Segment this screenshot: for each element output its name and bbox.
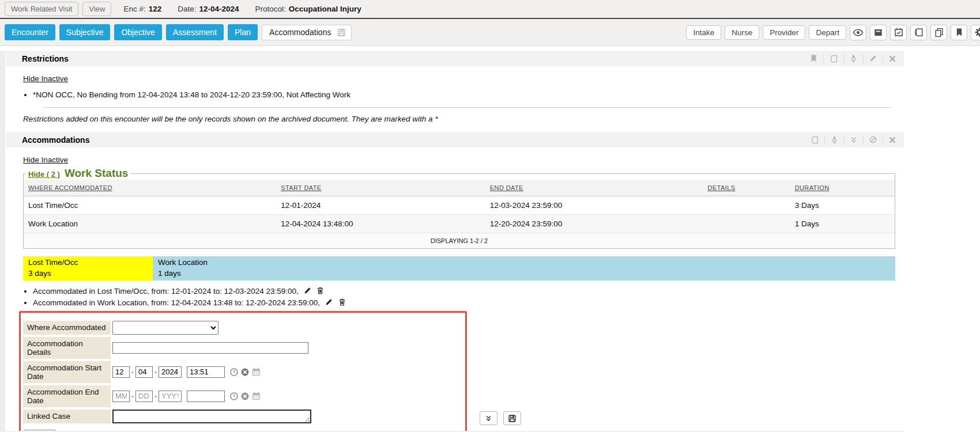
restrictions-list: *NON OCC, No Bending from 12-04-2024 13:… — [0, 90, 980, 99]
soap-tabs: Encounter Subjective Objective Assessmen… — [5, 24, 352, 40]
start-date-label: Accommodation Start Date — [23, 361, 111, 383]
accommodations-header-icons — [805, 132, 902, 147]
timeline-segment-work-location: Work Location 1 days — [153, 256, 895, 281]
clock-icon[interactable] — [229, 367, 239, 377]
work-status-fieldset: Hide ( 2 ) Work Status WHERE ACCOMMODATE… — [23, 167, 895, 249]
table-row[interactable]: Lost Time/Occ 12-01-2024 12-03-2024 23:5… — [24, 196, 895, 215]
tab-plan[interactable]: Plan — [228, 24, 258, 40]
restrictions-title: Restrictions — [22, 54, 69, 63]
table-row[interactable]: Work Location 12-04-2024 13:48:00 12-20-… — [24, 215, 895, 233]
col-end-date[interactable]: END DATE — [485, 180, 703, 196]
double-chevron-down-icon — [485, 415, 492, 422]
work-status-title: Work Status — [65, 167, 129, 180]
clear-circle-icon[interactable] — [240, 367, 250, 377]
accommodation-entries: Accommodated in Lost Time/Occ, from: 12-… — [0, 286, 980, 307]
pencil-edit-icon[interactable] — [325, 298, 333, 306]
book-icon[interactable] — [823, 54, 843, 63]
table-cell: 12-01-2024 — [276, 196, 485, 215]
start-month-input[interactable] — [112, 366, 130, 378]
tab-subjective[interactable]: Subjective — [59, 24, 111, 40]
gear-icon[interactable] — [971, 25, 980, 40]
enc-number: Enc #:122 — [123, 5, 161, 13]
trash-delete-icon[interactable] — [338, 298, 346, 306]
clear-circle-icon[interactable] — [240, 392, 250, 401]
end-day-input[interactable] — [135, 391, 153, 402]
date-separator: - — [131, 392, 134, 400]
date-separator: - — [154, 392, 157, 400]
nurse-button[interactable]: Nurse — [725, 25, 759, 40]
view-button[interactable]: View — [82, 2, 111, 16]
work-status-hide-link[interactable]: Hide ( 2 ) — [28, 170, 60, 179]
table-cell: 1 Days — [790, 215, 895, 233]
col-details[interactable]: DETAILS — [703, 180, 790, 196]
tab-accommodations-active[interactable]: Accommodations — [262, 25, 352, 40]
collapse-section-button[interactable] — [480, 411, 497, 425]
restrictions-note: Restrictions added on this encounter wil… — [23, 115, 980, 123]
accommodation-details-label: Accommodation Details — [23, 337, 111, 359]
microphone-icon[interactable] — [824, 135, 844, 145]
book-icon[interactable] — [805, 135, 824, 145]
col-start-date[interactable]: START DATE — [276, 180, 485, 196]
book-icon[interactable] — [910, 25, 927, 40]
table-cell — [703, 196, 790, 215]
calendar-check-icon[interactable] — [890, 25, 907, 40]
list-item: Accommodated in Lost Time/Occ, from: 12-… — [33, 286, 980, 295]
tab-assessment[interactable]: Assessment — [166, 24, 224, 40]
form-row-linked-case: Linked Case — [23, 410, 465, 423]
archive-box-icon[interactable] — [870, 25, 887, 40]
form-row-start-date: Accommodation Start Date - - — [23, 361, 465, 383]
date-separator: - — [154, 368, 157, 376]
where-accommodated-select[interactable] — [112, 321, 218, 335]
start-day-input[interactable] — [135, 366, 153, 378]
save-section-button[interactable] — [503, 411, 521, 425]
work-status-table: WHERE ACCOMMODATED START DATE END DATE D… — [24, 180, 895, 248]
enc-protocol: Protocol:Occupational Injury — [255, 5, 361, 13]
restrictions-hide-inactive-link[interactable]: Hide Inactive — [23, 74, 68, 83]
eye-icon[interactable] — [850, 25, 866, 40]
table-header-row: WHERE ACCOMMODATED START DATE END DATE D… — [24, 180, 895, 196]
accommodations-title: Accommodations — [22, 135, 89, 145]
col-where-accommodated[interactable]: WHERE ACCOMMODATED — [24, 180, 276, 196]
linked-case-label: Linked Case — [23, 410, 111, 423]
pencil-icon[interactable] — [863, 54, 883, 63]
restriction-item: *NON OCC, No Bending from 12-04-2024 13:… — [33, 90, 980, 99]
tab-encounter[interactable]: Encounter — [5, 24, 55, 40]
table-cell: Lost Time/Occ — [24, 196, 276, 215]
accommodation-details-input[interactable] — [112, 342, 308, 354]
microphone-icon[interactable] — [843, 54, 863, 63]
form-row-end-date: Accommodation End Date - - — [23, 385, 465, 407]
pencil-edit-icon[interactable] — [303, 286, 312, 295]
work-status-legend: Hide ( 2 ) Work Status — [25, 167, 131, 180]
restrictions-section-header: Restrictions — [6, 51, 904, 66]
intake-button[interactable]: Intake — [686, 25, 721, 40]
provider-button[interactable]: Provider — [763, 25, 805, 40]
col-duration[interactable]: DURATION — [790, 180, 895, 196]
close-icon[interactable] — [883, 54, 902, 63]
where-accommodated-label: Where Accommodated — [23, 321, 111, 335]
end-month-input[interactable] — [112, 391, 130, 402]
end-year-input[interactable] — [159, 391, 182, 402]
table-cell: 12-20-2024 23:59:00 — [485, 215, 703, 233]
collapse-chevrons-icon[interactable] — [844, 135, 863, 145]
work-related-visit-button[interactable]: Work Related Visit — [5, 2, 78, 16]
depart-button[interactable]: Depart — [809, 25, 846, 40]
linked-case-input[interactable] — [112, 410, 311, 423]
copy-pages-icon[interactable] — [930, 25, 947, 40]
calendar-picker-icon[interactable] — [251, 391, 261, 401]
accommodations-hide-inactive-link[interactable]: Hide Inactive — [23, 156, 68, 164]
table-cell — [703, 215, 790, 233]
floppy-save-icon[interactable] — [337, 28, 346, 37]
disable-icon[interactable] — [863, 135, 883, 145]
calendar-picker-icon[interactable] — [251, 367, 261, 377]
close-icon[interactable] — [883, 135, 902, 145]
start-time-input[interactable] — [187, 366, 225, 378]
bookmark-icon[interactable] — [951, 25, 967, 40]
trash-delete-icon[interactable] — [316, 286, 325, 295]
end-time-input[interactable] — [187, 391, 225, 402]
start-year-input[interactable] — [159, 366, 182, 378]
divider — [43, 107, 891, 108]
bookmark-icon[interactable] — [804, 54, 823, 63]
accommodation-timeline: Lost Time/Occ 3 days Work Location 1 day… — [23, 256, 895, 281]
clock-icon[interactable] — [229, 392, 239, 401]
tab-objective[interactable]: Objective — [114, 24, 161, 40]
